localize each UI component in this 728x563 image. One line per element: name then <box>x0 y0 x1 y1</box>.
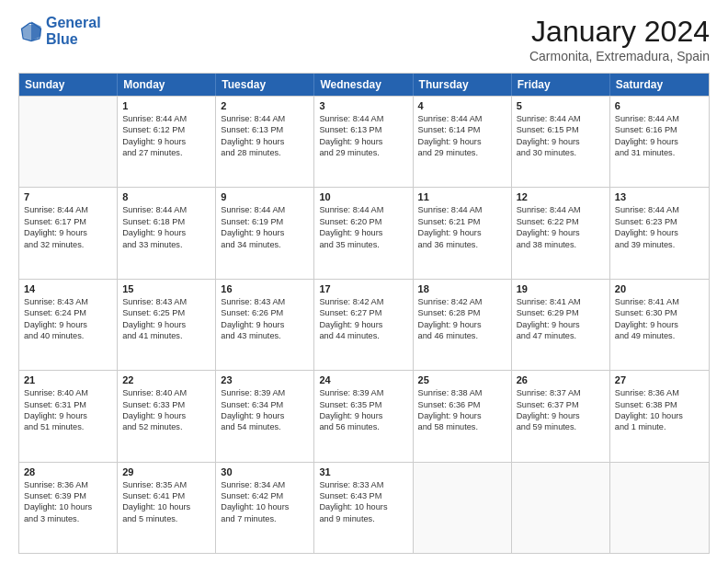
header-day-saturday: Saturday <box>610 74 709 96</box>
calendar-cell <box>414 463 512 553</box>
day-number: 19 <box>517 283 605 294</box>
calendar-cell: 3Sunrise: 8:44 AMSunset: 6:13 PMDaylight… <box>314 97 413 187</box>
sunset-text: Sunset: 6:22 PM <box>517 216 605 227</box>
day-number: 15 <box>122 283 210 294</box>
daylight-text-2: and 5 minutes. <box>122 513 210 524</box>
calendar-cell: 21Sunrise: 8:40 AMSunset: 6:31 PMDayligh… <box>19 371 118 461</box>
header-day-tuesday: Tuesday <box>216 74 314 96</box>
daylight-text-2: and 29 minutes. <box>319 147 407 158</box>
sunrise-text: Sunrise: 8:42 AM <box>418 296 506 307</box>
daylight-text-1: Daylight: 9 hours <box>517 136 605 147</box>
day-number: 21 <box>24 374 112 385</box>
daylight-text-2: and 9 minutes. <box>319 513 407 524</box>
daylight-text-1: Daylight: 9 hours <box>418 227 506 238</box>
day-number: 8 <box>122 191 210 202</box>
sunset-text: Sunset: 6:30 PM <box>615 307 704 318</box>
daylight-text-1: Daylight: 10 hours <box>615 410 704 421</box>
daylight-text-1: Daylight: 9 hours <box>517 410 605 421</box>
sunset-text: Sunset: 6:35 PM <box>319 399 407 410</box>
daylight-text-2: and 40 minutes. <box>24 330 112 341</box>
daylight-text-1: Daylight: 9 hours <box>615 136 704 147</box>
sunset-text: Sunset: 6:19 PM <box>221 216 309 227</box>
calendar-cell: 10Sunrise: 8:44 AMSunset: 6:20 PMDayligh… <box>314 188 413 278</box>
sunset-text: Sunset: 6:21 PM <box>418 216 506 227</box>
daylight-text-1: Daylight: 9 hours <box>418 410 506 421</box>
calendar-cell: 20Sunrise: 8:41 AMSunset: 6:30 PMDayligh… <box>610 280 709 370</box>
logo: General Blue <box>18 15 101 47</box>
daylight-text-1: Daylight: 9 hours <box>221 136 309 147</box>
calendar-cell: 9Sunrise: 8:44 AMSunset: 6:19 PMDaylight… <box>216 188 314 278</box>
day-number: 17 <box>319 283 407 294</box>
calendar-cell: 22Sunrise: 8:40 AMSunset: 6:33 PMDayligh… <box>118 371 216 461</box>
sunset-text: Sunset: 6:23 PM <box>615 216 704 227</box>
day-number: 29 <box>122 466 210 477</box>
sunset-text: Sunset: 6:39 PM <box>24 490 112 501</box>
sunrise-text: Sunrise: 8:33 AM <box>319 479 407 490</box>
day-number: 2 <box>221 100 309 111</box>
calendar-cell: 16Sunrise: 8:43 AMSunset: 6:26 PMDayligh… <box>216 280 314 370</box>
sunset-text: Sunset: 6:38 PM <box>615 399 704 410</box>
calendar-cell: 6Sunrise: 8:44 AMSunset: 6:16 PMDaylight… <box>610 97 709 187</box>
calendar-cell <box>610 463 709 553</box>
sunset-text: Sunset: 6:33 PM <box>122 399 210 410</box>
header-day-monday: Monday <box>118 74 216 96</box>
sunrise-text: Sunrise: 8:44 AM <box>615 204 704 215</box>
daylight-text-2: and 43 minutes. <box>221 330 309 341</box>
sunset-text: Sunset: 6:13 PM <box>319 124 407 135</box>
sunset-text: Sunset: 6:34 PM <box>221 399 309 410</box>
daylight-text-2: and 31 minutes. <box>615 147 704 158</box>
sunrise-text: Sunrise: 8:39 AM <box>319 387 407 398</box>
header: General Blue January 2024 Carmonita, Ext… <box>18 15 710 63</box>
daylight-text-2: and 1 minute. <box>615 421 704 432</box>
daylight-text-2: and 47 minutes. <box>517 330 605 341</box>
daylight-text-2: and 30 minutes. <box>517 147 605 158</box>
calendar-body: 1Sunrise: 8:44 AMSunset: 6:12 PMDaylight… <box>19 96 709 553</box>
daylight-text-2: and 32 minutes. <box>24 239 112 250</box>
day-number: 28 <box>24 466 112 477</box>
day-number: 16 <box>221 283 309 294</box>
header-day-wednesday: Wednesday <box>314 74 413 96</box>
daylight-text-2: and 7 minutes. <box>221 513 309 524</box>
logo-text1: General <box>46 15 101 30</box>
sunrise-text: Sunrise: 8:43 AM <box>24 296 112 307</box>
calendar-cell: 19Sunrise: 8:41 AMSunset: 6:29 PMDayligh… <box>512 280 610 370</box>
sunrise-text: Sunrise: 8:43 AM <box>122 296 210 307</box>
calendar-cell: 15Sunrise: 8:43 AMSunset: 6:25 PMDayligh… <box>118 280 216 370</box>
sunrise-text: Sunrise: 8:39 AM <box>221 387 309 398</box>
sunset-text: Sunset: 6:25 PM <box>122 307 210 318</box>
calendar-row-4: 28Sunrise: 8:36 AMSunset: 6:39 PMDayligh… <box>19 462 709 553</box>
sunrise-text: Sunrise: 8:44 AM <box>24 204 112 215</box>
daylight-text-2: and 44 minutes. <box>319 330 407 341</box>
daylight-text-1: Daylight: 9 hours <box>122 136 210 147</box>
daylight-text-1: Daylight: 10 hours <box>122 501 210 512</box>
daylight-text-1: Daylight: 9 hours <box>319 136 407 147</box>
day-number: 30 <box>221 466 309 477</box>
calendar-header: SundayMondayTuesdayWednesdayThursdayFrid… <box>19 74 709 96</box>
daylight-text-1: Daylight: 10 hours <box>319 501 407 512</box>
sunrise-text: Sunrise: 8:40 AM <box>122 387 210 398</box>
day-number: 14 <box>24 283 112 294</box>
sunset-text: Sunset: 6:15 PM <box>517 124 605 135</box>
daylight-text-1: Daylight: 9 hours <box>221 319 309 330</box>
daylight-text-2: and 3 minutes. <box>24 513 112 524</box>
calendar-cell: 2Sunrise: 8:44 AMSunset: 6:13 PMDaylight… <box>216 97 314 187</box>
calendar-cell: 23Sunrise: 8:39 AMSunset: 6:34 PMDayligh… <box>216 371 314 461</box>
sunrise-text: Sunrise: 8:44 AM <box>418 204 506 215</box>
sunset-text: Sunset: 6:37 PM <box>517 399 605 410</box>
daylight-text-1: Daylight: 9 hours <box>319 227 407 238</box>
day-number: 5 <box>517 100 605 111</box>
sunset-text: Sunset: 6:17 PM <box>24 216 112 227</box>
calendar-cell: 1Sunrise: 8:44 AMSunset: 6:12 PMDaylight… <box>118 97 216 187</box>
daylight-text-1: Daylight: 9 hours <box>517 319 605 330</box>
sunset-text: Sunset: 6:13 PM <box>221 124 309 135</box>
sunset-text: Sunset: 6:24 PM <box>24 307 112 318</box>
day-number: 27 <box>615 374 704 385</box>
page: General Blue January 2024 Carmonita, Ext… <box>0 0 728 563</box>
day-number: 22 <box>122 374 210 385</box>
day-number: 3 <box>319 100 407 111</box>
daylight-text-2: and 34 minutes. <box>221 239 309 250</box>
daylight-text-1: Daylight: 9 hours <box>418 319 506 330</box>
calendar: SundayMondayTuesdayWednesdayThursdayFrid… <box>18 73 710 554</box>
daylight-text-2: and 33 minutes. <box>122 239 210 250</box>
sunrise-text: Sunrise: 8:44 AM <box>517 113 605 124</box>
